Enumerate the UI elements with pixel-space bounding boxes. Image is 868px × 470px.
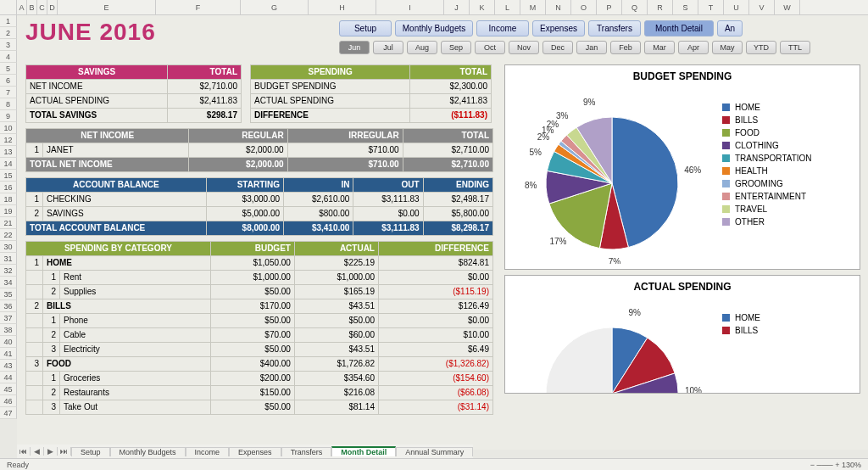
cell-label[interactable]: ACTUAL SPENDING bbox=[26, 94, 168, 109]
row-header[interactable]: 31 bbox=[0, 253, 17, 265]
sheet-tab-setup[interactable]: Setup bbox=[71, 447, 110, 456]
month-tab-nov[interactable]: Nov bbox=[509, 41, 539, 54]
col-header[interactable]: A bbox=[17, 0, 27, 14]
cell-value[interactable]: $50.00 bbox=[294, 314, 378, 328]
cell-idx[interactable]: 3 bbox=[26, 357, 43, 372]
month-tab-apr[interactable]: Apr bbox=[678, 41, 709, 54]
sheet-tab-income[interactable]: Income bbox=[186, 447, 230, 456]
tab-last-icon[interactable]: ⏭ bbox=[58, 447, 71, 456]
row-header[interactable]: 38 bbox=[0, 324, 17, 336]
cell-label[interactable]: CHECKING bbox=[43, 193, 207, 207]
cell-value[interactable]: $3,111.83 bbox=[353, 193, 423, 207]
col-header[interactable]: J bbox=[444, 0, 470, 14]
cell-blank[interactable] bbox=[26, 314, 43, 328]
month-tab-dec[interactable]: Dec bbox=[542, 41, 573, 54]
cell-value[interactable]: $126.49 bbox=[378, 299, 492, 314]
row-header[interactable]: 16 bbox=[0, 182, 17, 193]
col-header[interactable]: C bbox=[37, 0, 47, 14]
row-header[interactable]: 2 bbox=[0, 27, 17, 39]
row-header[interactable]: 47 bbox=[0, 407, 17, 419]
cell-value[interactable]: ($115.19) bbox=[378, 285, 492, 299]
category-label[interactable]: FOOD bbox=[43, 357, 211, 372]
cell-idx[interactable]: 2 bbox=[43, 328, 60, 343]
cell-label[interactable]: SAVINGS bbox=[43, 207, 207, 221]
row-header[interactable]: 9 bbox=[0, 110, 17, 122]
cell-value[interactable]: $170.00 bbox=[210, 299, 294, 314]
subcategory-label[interactable]: Electricity bbox=[60, 343, 211, 357]
nav-tab-month-detail[interactable]: Month Detail bbox=[644, 20, 714, 36]
cell-value[interactable]: ($154.60) bbox=[378, 372, 492, 386]
row-header[interactable]: 43 bbox=[0, 360, 17, 372]
col-header[interactable]: K bbox=[470, 0, 495, 14]
subcategory-label[interactable]: Supplies bbox=[60, 285, 211, 299]
month-tab-aug[interactable]: Aug bbox=[407, 41, 437, 54]
cell-value[interactable]: $165.19 bbox=[294, 285, 378, 299]
cell-idx[interactable]: 2 bbox=[43, 285, 60, 299]
col-header[interactable]: F bbox=[156, 0, 241, 14]
row-header[interactable]: 36 bbox=[0, 300, 17, 312]
cell-value[interactable]: $50.00 bbox=[210, 314, 294, 328]
col-header[interactable]: W bbox=[775, 0, 800, 14]
col-header[interactable]: O bbox=[571, 0, 597, 14]
cell-value[interactable]: $81.14 bbox=[294, 400, 378, 415]
cell-idx[interactable]: 2 bbox=[26, 299, 43, 314]
row-header[interactable]: 8 bbox=[0, 98, 17, 110]
tab-prev-icon[interactable]: ◀ bbox=[31, 447, 44, 456]
cell-label[interactable]: JANET bbox=[43, 143, 189, 158]
cell-value[interactable]: $1,726.82 bbox=[294, 357, 378, 372]
row-header[interactable]: 1 bbox=[0, 15, 17, 27]
col-header[interactable]: M bbox=[520, 0, 546, 14]
nav-tab-transfers[interactable]: Transfers bbox=[588, 20, 641, 36]
month-tab-oct[interactable]: Oct bbox=[475, 41, 505, 54]
cell-value[interactable]: $824.81 bbox=[378, 256, 492, 271]
cell-value[interactable]: $43.51 bbox=[294, 299, 378, 314]
cell-value[interactable]: $70.00 bbox=[210, 328, 294, 343]
sheet-tab-month-detail[interactable]: Month Detail bbox=[331, 446, 396, 456]
row-header[interactable]: 34 bbox=[0, 277, 17, 288]
sheet-tab-monthly-budgets[interactable]: Monthly Budgets bbox=[110, 447, 186, 456]
subcategory-label[interactable]: Rent bbox=[60, 271, 211, 285]
cell-value[interactable]: $6.49 bbox=[378, 343, 492, 357]
zoom-in-icon[interactable]: + bbox=[835, 461, 839, 469]
cell-value[interactable]: $400.00 bbox=[210, 357, 294, 372]
cell-label[interactable]: NET INCOME bbox=[26, 80, 168, 94]
cell-value[interactable]: $2,710.00 bbox=[168, 80, 242, 94]
cell-value[interactable]: ($66.08) bbox=[378, 386, 492, 400]
col-header[interactable]: T bbox=[698, 0, 724, 14]
cell-blank[interactable] bbox=[26, 328, 43, 343]
col-header[interactable]: B bbox=[27, 0, 37, 14]
cell-value[interactable]: $50.00 bbox=[210, 343, 294, 357]
cell-idx[interactable]: 3 bbox=[43, 343, 60, 357]
cell-value[interactable]: $216.08 bbox=[294, 386, 378, 400]
row-header[interactable]: 22 bbox=[0, 229, 17, 241]
col-header[interactable]: Q bbox=[622, 0, 648, 14]
cell-value[interactable]: $150.00 bbox=[210, 386, 294, 400]
col-header[interactable]: I bbox=[376, 0, 444, 14]
row-header[interactable]: 6 bbox=[0, 75, 17, 87]
row-header[interactable]: 35 bbox=[0, 288, 17, 300]
cell-value[interactable]: $0.00 bbox=[378, 271, 492, 285]
col-header[interactable]: V bbox=[749, 0, 775, 14]
subcategory-label[interactable]: Phone bbox=[60, 314, 211, 328]
cell-value[interactable]: $2,000.00 bbox=[189, 143, 287, 158]
cell-value[interactable]: $5,000.00 bbox=[206, 207, 283, 221]
cell-blank[interactable] bbox=[26, 386, 43, 400]
cell-label[interactable]: ACTUAL SPENDING bbox=[251, 94, 410, 109]
row-header[interactable]: 40 bbox=[0, 336, 17, 348]
row-header[interactable]: 32 bbox=[0, 265, 17, 277]
cell-blank[interactable] bbox=[26, 372, 43, 386]
subcategory-label[interactable]: Cable bbox=[60, 328, 211, 343]
month-tab-may[interactable]: May bbox=[712, 41, 743, 54]
col-header[interactable]: L bbox=[495, 0, 520, 14]
cell-value[interactable]: $800.00 bbox=[284, 207, 353, 221]
cell-label[interactable]: BUDGET SPENDING bbox=[251, 80, 410, 94]
cell-blank[interactable] bbox=[26, 285, 43, 299]
cell-value[interactable]: $2,498.17 bbox=[423, 193, 492, 207]
cell-value[interactable]: ($31.14) bbox=[378, 400, 492, 415]
cell-idx[interactable]: 1 bbox=[43, 271, 60, 285]
nav-tab-expenses[interactable]: Expenses bbox=[532, 20, 585, 36]
tab-next-icon[interactable]: ▶ bbox=[44, 447, 58, 456]
cell-value[interactable]: $10.00 bbox=[378, 328, 492, 343]
row-header[interactable]: 37 bbox=[0, 312, 17, 324]
tab-first-icon[interactable]: ⏮ bbox=[17, 447, 31, 456]
